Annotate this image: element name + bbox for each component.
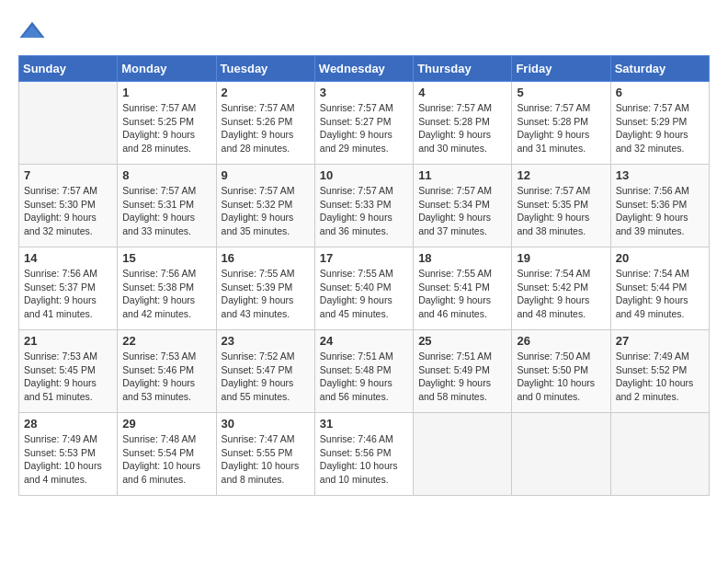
week-row-4: 21Sunrise: 7:53 AMSunset: 5:45 PMDayligh… <box>19 330 710 413</box>
day-number: 2 <box>222 86 310 99</box>
calendar-cell: 8Sunrise: 7:57 AMSunset: 5:31 PMDaylight… <box>118 165 216 247</box>
calendar-cell: 27Sunrise: 7:49 AMSunset: 5:52 PMDayligh… <box>610 330 709 413</box>
day-number: 31 <box>320 417 408 431</box>
calendar-cell: 29Sunrise: 7:48 AMSunset: 5:54 PMDayligh… <box>118 413 216 496</box>
cell-info: Sunrise: 7:57 AMSunset: 5:33 PMDaylight:… <box>320 184 408 238</box>
cell-info: Sunrise: 7:57 AMSunset: 5:31 PMDaylight:… <box>122 184 210 238</box>
calendar-cell: 14Sunrise: 7:56 AMSunset: 5:37 PMDayligh… <box>19 247 118 330</box>
day-number: 24 <box>320 334 408 348</box>
calendar-cell: 23Sunrise: 7:52 AMSunset: 5:47 PMDayligh… <box>216 330 314 413</box>
cell-info: Sunrise: 7:55 AMSunset: 5:41 PMDaylight:… <box>418 267 506 321</box>
header-row: SundayMondayTuesdayWednesdayThursdayFrid… <box>19 56 710 82</box>
cell-info: Sunrise: 7:49 AMSunset: 5:52 PMDaylight:… <box>616 350 704 404</box>
calendar-cell: 18Sunrise: 7:55 AMSunset: 5:41 PMDayligh… <box>414 247 512 330</box>
day-number: 3 <box>320 86 408 99</box>
cell-info: Sunrise: 7:57 AMSunset: 5:26 PMDaylight:… <box>222 101 310 155</box>
cell-info: Sunrise: 7:57 AMSunset: 5:28 PMDaylight:… <box>418 101 506 155</box>
calendar-cell: 15Sunrise: 7:56 AMSunset: 5:38 PMDayligh… <box>118 247 216 330</box>
calendar-cell: 6Sunrise: 7:57 AMSunset: 5:29 PMDaylight… <box>610 82 709 165</box>
day-header-friday: Friday <box>512 56 610 82</box>
cell-info: Sunrise: 7:46 AMSunset: 5:56 PMDaylight:… <box>320 432 408 487</box>
calendar-cell: 13Sunrise: 7:56 AMSunset: 5:36 PMDayligh… <box>610 165 709 247</box>
calendar-cell: 31Sunrise: 7:46 AMSunset: 5:56 PMDayligh… <box>314 413 413 496</box>
day-number: 7 <box>24 168 112 182</box>
calendar-cell: 4Sunrise: 7:57 AMSunset: 5:28 PMDaylight… <box>414 82 512 165</box>
day-header-wednesday: Wednesday <box>314 56 413 82</box>
cell-info: Sunrise: 7:57 AMSunset: 5:25 PMDaylight:… <box>122 101 210 155</box>
calendar-cell: 30Sunrise: 7:47 AMSunset: 5:55 PMDayligh… <box>216 413 314 496</box>
cell-info: Sunrise: 7:56 AMSunset: 5:38 PMDaylight:… <box>122 267 210 321</box>
calendar-cell <box>19 82 118 165</box>
day-number: 8 <box>122 168 210 182</box>
cell-info: Sunrise: 7:54 AMSunset: 5:42 PMDaylight:… <box>517 267 605 321</box>
calendar-cell: 17Sunrise: 7:55 AMSunset: 5:40 PMDayligh… <box>314 247 413 330</box>
day-number: 4 <box>418 86 506 99</box>
day-header-sunday: Sunday <box>19 56 118 82</box>
day-number: 21 <box>24 334 112 348</box>
cell-info: Sunrise: 7:51 AMSunset: 5:49 PMDaylight:… <box>418 350 506 404</box>
cell-info: Sunrise: 7:55 AMSunset: 5:40 PMDaylight:… <box>320 267 408 321</box>
cell-info: Sunrise: 7:57 AMSunset: 5:28 PMDaylight:… <box>517 101 605 155</box>
calendar-cell <box>414 413 512 496</box>
calendar-cell: 7Sunrise: 7:57 AMSunset: 5:30 PMDaylight… <box>19 165 118 247</box>
logo <box>18 18 48 46</box>
day-number: 22 <box>122 334 210 348</box>
day-number: 9 <box>222 168 310 182</box>
calendar-cell: 21Sunrise: 7:53 AMSunset: 5:45 PMDayligh… <box>19 330 118 413</box>
week-row-5: 28Sunrise: 7:49 AMSunset: 5:53 PMDayligh… <box>19 413 710 496</box>
calendar-cell <box>610 413 709 496</box>
calendar-cell: 16Sunrise: 7:55 AMSunset: 5:39 PMDayligh… <box>216 247 314 330</box>
calendar-cell: 10Sunrise: 7:57 AMSunset: 5:33 PMDayligh… <box>314 165 413 247</box>
day-number: 14 <box>24 251 112 265</box>
cell-info: Sunrise: 7:49 AMSunset: 5:53 PMDaylight:… <box>24 432 112 487</box>
cell-info: Sunrise: 7:54 AMSunset: 5:44 PMDaylight:… <box>616 267 704 321</box>
day-number: 11 <box>418 168 506 182</box>
calendar-cell: 11Sunrise: 7:57 AMSunset: 5:34 PMDayligh… <box>414 165 512 247</box>
calendar-cell: 26Sunrise: 7:50 AMSunset: 5:50 PMDayligh… <box>512 330 610 413</box>
day-header-thursday: Thursday <box>414 56 512 82</box>
day-number: 12 <box>517 168 605 182</box>
day-number: 25 <box>418 334 506 348</box>
cell-info: Sunrise: 7:57 AMSunset: 5:29 PMDaylight:… <box>616 101 704 155</box>
cell-info: Sunrise: 7:55 AMSunset: 5:39 PMDaylight:… <box>222 267 310 321</box>
calendar-cell: 1Sunrise: 7:57 AMSunset: 5:25 PMDaylight… <box>118 82 216 165</box>
cell-info: Sunrise: 7:48 AMSunset: 5:54 PMDaylight:… <box>122 432 210 487</box>
day-number: 28 <box>24 417 112 431</box>
cell-info: Sunrise: 7:50 AMSunset: 5:50 PMDaylight:… <box>517 350 605 404</box>
calendar-cell: 3Sunrise: 7:57 AMSunset: 5:27 PMDaylight… <box>314 82 413 165</box>
day-header-tuesday: Tuesday <box>216 56 314 82</box>
day-number: 5 <box>517 86 605 99</box>
calendar-cell: 19Sunrise: 7:54 AMSunset: 5:42 PMDayligh… <box>512 247 610 330</box>
cell-info: Sunrise: 7:53 AMSunset: 5:46 PMDaylight:… <box>122 350 210 404</box>
cell-info: Sunrise: 7:57 AMSunset: 5:27 PMDaylight:… <box>320 101 408 155</box>
calendar-cell: 28Sunrise: 7:49 AMSunset: 5:53 PMDayligh… <box>19 413 118 496</box>
day-number: 23 <box>222 334 310 348</box>
day-number: 6 <box>616 86 704 99</box>
day-number: 1 <box>122 86 210 99</box>
week-row-1: 1Sunrise: 7:57 AMSunset: 5:25 PMDaylight… <box>19 82 710 165</box>
calendar-cell: 5Sunrise: 7:57 AMSunset: 5:28 PMDaylight… <box>512 82 610 165</box>
day-number: 18 <box>418 251 506 265</box>
week-row-2: 7Sunrise: 7:57 AMSunset: 5:30 PMDaylight… <box>19 165 710 247</box>
calendar-cell: 22Sunrise: 7:53 AMSunset: 5:46 PMDayligh… <box>118 330 216 413</box>
cell-info: Sunrise: 7:57 AMSunset: 5:32 PMDaylight:… <box>222 184 310 238</box>
header <box>18 18 710 46</box>
cell-info: Sunrise: 7:51 AMSunset: 5:48 PMDaylight:… <box>320 350 408 404</box>
cell-info: Sunrise: 7:53 AMSunset: 5:45 PMDaylight:… <box>24 350 112 404</box>
day-header-saturday: Saturday <box>610 56 709 82</box>
cell-info: Sunrise: 7:57 AMSunset: 5:34 PMDaylight:… <box>418 184 506 238</box>
cell-info: Sunrise: 7:47 AMSunset: 5:55 PMDaylight:… <box>222 432 310 487</box>
day-number: 13 <box>616 168 704 182</box>
calendar-cell: 12Sunrise: 7:57 AMSunset: 5:35 PMDayligh… <box>512 165 610 247</box>
day-number: 29 <box>122 417 210 431</box>
day-number: 15 <box>122 251 210 265</box>
calendar-cell: 20Sunrise: 7:54 AMSunset: 5:44 PMDayligh… <box>610 247 709 330</box>
cell-info: Sunrise: 7:57 AMSunset: 5:30 PMDaylight:… <box>24 184 112 238</box>
calendar-cell: 25Sunrise: 7:51 AMSunset: 5:49 PMDayligh… <box>414 330 512 413</box>
cell-info: Sunrise: 7:56 AMSunset: 5:37 PMDaylight:… <box>24 267 112 321</box>
calendar-cell <box>512 413 610 496</box>
day-number: 26 <box>517 334 605 348</box>
logo-icon <box>18 18 46 46</box>
cell-info: Sunrise: 7:52 AMSunset: 5:47 PMDaylight:… <box>222 350 310 404</box>
cell-info: Sunrise: 7:56 AMSunset: 5:36 PMDaylight:… <box>616 184 704 238</box>
